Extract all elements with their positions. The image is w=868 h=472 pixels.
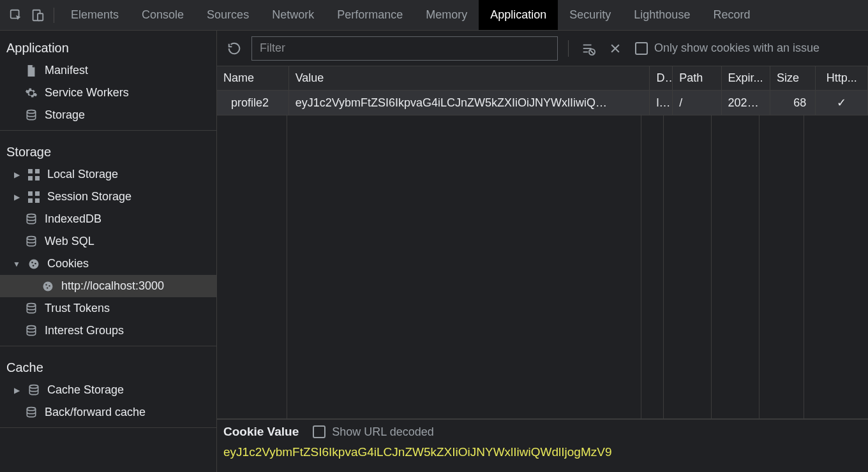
sidebar-item-websql[interactable]: Web SQL bbox=[0, 230, 216, 253]
cookies-panel: Only show cookies with an issue Name Val… bbox=[217, 31, 868, 472]
table-row[interactable]: profile2 eyJ1c2VybmFtZSI6IkpvaG4iLCJnZW5… bbox=[217, 91, 868, 115]
label: Cookies bbox=[47, 257, 89, 270]
filter-input[interactable] bbox=[251, 36, 558, 61]
section-storage: Storage bbox=[0, 135, 216, 163]
expand-icon[interactable]: ▶ bbox=[13, 170, 20, 179]
svg-rect-9 bbox=[35, 191, 40, 196]
delete-icon[interactable] bbox=[606, 39, 625, 58]
label: Only show cookies with an issue bbox=[654, 41, 819, 55]
label: Manifest bbox=[45, 64, 88, 77]
sidebar-item-trust-tokens[interactable]: Trust Tokens bbox=[0, 297, 216, 320]
sidebar-item-session-storage[interactable]: ▶ Session Storage bbox=[0, 186, 216, 208]
sidebar-item-cookies[interactable]: ▼ Cookies bbox=[0, 253, 216, 275]
svg-point-17 bbox=[33, 265, 34, 267]
svg-rect-7 bbox=[35, 176, 40, 181]
svg-rect-6 bbox=[28, 176, 33, 181]
tab-record[interactable]: Record bbox=[701, 0, 761, 30]
label: Interest Groups bbox=[45, 324, 124, 337]
col-name[interactable]: Name bbox=[217, 66, 288, 91]
svg-point-16 bbox=[34, 262, 36, 264]
col-expires[interactable]: Expir... bbox=[721, 66, 770, 91]
database-icon bbox=[24, 235, 38, 248]
label: Session Storage bbox=[47, 190, 131, 203]
divider bbox=[0, 130, 216, 131]
svg-point-21 bbox=[47, 287, 49, 289]
show-url-decoded-checkbox[interactable]: Show URL decoded bbox=[313, 425, 433, 439]
cell-path[interactable]: / bbox=[673, 91, 721, 115]
checkbox-icon[interactable] bbox=[313, 425, 326, 438]
checkbox-icon[interactable] bbox=[635, 42, 648, 55]
svg-point-13 bbox=[27, 236, 35, 239]
col-httponly[interactable]: Http... bbox=[816, 66, 868, 91]
collapse-icon[interactable]: ▼ bbox=[13, 260, 20, 269]
sidebar-item-service-workers[interactable]: Service Workers bbox=[0, 82, 216, 104]
tab-lighthouse[interactable]: Lighthouse bbox=[622, 0, 701, 30]
col-value[interactable]: Value bbox=[288, 66, 650, 91]
label: Cache Storage bbox=[47, 383, 124, 397]
col-domain[interactable]: D.. bbox=[650, 66, 673, 91]
tab-elements[interactable]: Elements bbox=[59, 0, 130, 30]
file-icon bbox=[24, 64, 38, 77]
expand-icon[interactable]: ▶ bbox=[13, 386, 20, 395]
cookie-detail-pane: Cookie Value Show URL decoded eyJ1c2Vybm… bbox=[217, 419, 868, 472]
section-cache: Cache bbox=[0, 350, 216, 379]
empty-grid-area[interactable] bbox=[217, 115, 868, 419]
svg-rect-11 bbox=[35, 198, 40, 203]
database-icon bbox=[24, 213, 38, 226]
label: Back/forward cache bbox=[45, 406, 146, 419]
sidebar-item-manifest[interactable]: Manifest bbox=[0, 59, 216, 82]
main-split: Application Manifest Service Workers Sto… bbox=[0, 31, 868, 472]
tab-application[interactable]: Application bbox=[479, 0, 558, 30]
svg-point-19 bbox=[45, 284, 47, 286]
cell-expires[interactable]: 2023… bbox=[721, 91, 770, 115]
tab-console[interactable]: Console bbox=[130, 0, 195, 30]
cookies-toolbar: Only show cookies with an issue bbox=[217, 31, 868, 66]
col-path[interactable]: Path bbox=[673, 66, 721, 91]
svg-rect-8 bbox=[28, 191, 33, 196]
tab-performance[interactable]: Performance bbox=[326, 0, 414, 30]
database-icon bbox=[24, 406, 38, 419]
cookie-value-text[interactable]: eyJ1c2VybmFtZSI6IkpvaG4iLCJnZW5kZXIiOiJN… bbox=[223, 445, 862, 459]
svg-point-24 bbox=[29, 385, 38, 388]
sidebar-item-interest-groups[interactable]: Interest Groups bbox=[0, 320, 216, 342]
sidebar-item-cookie-origin[interactable]: http://localhost:3000 bbox=[0, 275, 216, 297]
col-size[interactable]: Size bbox=[770, 66, 816, 91]
device-toolbar-icon[interactable] bbox=[27, 4, 49, 26]
svg-point-3 bbox=[27, 110, 35, 113]
sidebar-item-storage[interactable]: Storage bbox=[0, 104, 216, 126]
only-issue-checkbox[interactable]: Only show cookies with an issue bbox=[635, 41, 819, 55]
section-application: Application bbox=[0, 31, 216, 59]
cookie-icon bbox=[41, 280, 55, 293]
clear-all-icon[interactable] bbox=[579, 39, 598, 58]
tab-memory[interactable]: Memory bbox=[414, 0, 479, 30]
cookie-value-label: Cookie Value bbox=[223, 425, 299, 439]
cell-domain[interactable]: l… bbox=[650, 91, 673, 115]
sidebar-item-indexeddb[interactable]: IndexedDB bbox=[0, 208, 216, 230]
gear-icon bbox=[24, 87, 38, 100]
label: Trust Tokens bbox=[45, 302, 110, 315]
label: Show URL decoded bbox=[332, 425, 433, 439]
cell-name[interactable]: profile2 bbox=[217, 91, 288, 115]
tab-security[interactable]: Security bbox=[558, 0, 622, 30]
tab-sources[interactable]: Sources bbox=[195, 0, 260, 30]
sidebar-item-local-storage[interactable]: ▶ Local Storage bbox=[0, 163, 216, 186]
cell-value[interactable]: eyJ1c2VybmFtZSI6IkpvaG4iLCJnZW5kZXIiOiJN… bbox=[288, 91, 650, 115]
inspect-element-icon[interactable] bbox=[5, 4, 27, 26]
database-icon bbox=[24, 109, 38, 122]
refresh-icon[interactable] bbox=[225, 39, 244, 58]
cell-http[interactable]: ✓ bbox=[816, 91, 868, 115]
sidebar-item-bf-cache[interactable]: Back/forward cache bbox=[0, 401, 216, 424]
devtools-tabbar: ElementsConsoleSourcesNetworkPerformance… bbox=[0, 0, 868, 31]
svg-point-22 bbox=[27, 303, 35, 306]
tab-network[interactable]: Network bbox=[260, 0, 326, 30]
divider bbox=[0, 346, 216, 346]
separator bbox=[54, 8, 54, 23]
grid[interactable]: Name Value D.. Path Expir... Size Http..… bbox=[217, 66, 868, 115]
tabs-container: ElementsConsoleSourcesNetworkPerformance… bbox=[59, 0, 761, 30]
cell-size[interactable]: 68 bbox=[770, 91, 816, 115]
label: Local Storage bbox=[47, 168, 118, 181]
sidebar-item-cache-storage[interactable]: ▶ Cache Storage bbox=[0, 379, 216, 401]
application-sidebar[interactable]: Application Manifest Service Workers Sto… bbox=[0, 31, 217, 472]
header-row[interactable]: Name Value D.. Path Expir... Size Http..… bbox=[217, 66, 868, 91]
expand-icon[interactable]: ▶ bbox=[13, 193, 20, 202]
